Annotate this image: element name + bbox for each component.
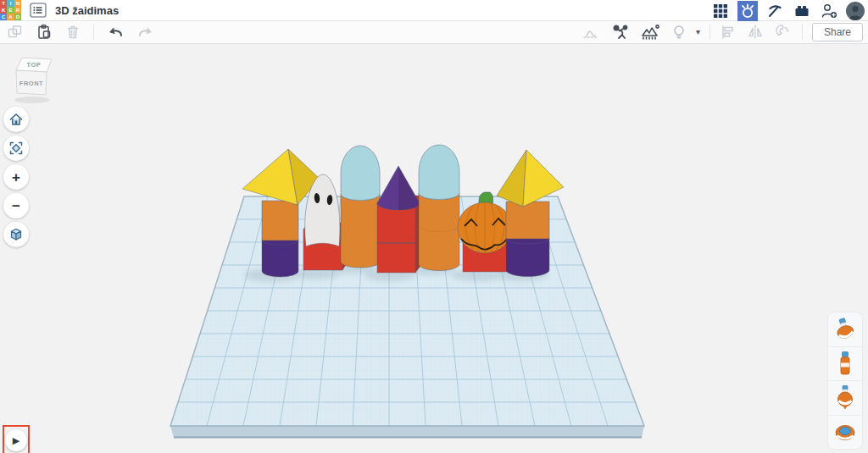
arc-tool-icon[interactable]: [582, 24, 601, 41]
add-user-icon[interactable]: [819, 1, 839, 21]
paste-icon[interactable]: [36, 24, 53, 41]
apps-grid-icon[interactable]: [710, 1, 731, 21]
logo-tile: T: [0, 0, 7, 7]
bulb-menu-caret-icon[interactable]: ▾: [696, 28, 700, 36]
glue-bottle-round-button[interactable]: [828, 381, 862, 416]
terrain-tool-icon[interactable]: [640, 24, 662, 41]
redo-icon[interactable]: [136, 24, 155, 41]
scene-3d-viewport[interactable]: [0, 0, 868, 453]
play-icon: ▶: [13, 435, 19, 446]
minecraft-pickaxe-icon[interactable]: [765, 1, 785, 21]
perspective-cube-icon: [8, 227, 24, 242]
zoom-in-button[interactable]: +: [3, 164, 29, 190]
logo-tile: A: [7, 14, 14, 20]
home-view-button[interactable]: [3, 107, 29, 132]
glue-bottle-squat-button[interactable]: [828, 312, 862, 347]
arch-cylinder-right[interactable]: [419, 145, 459, 271]
avatar[interactable]: [846, 2, 865, 20]
design-menu-icon[interactable]: [28, 2, 48, 19]
sim-play-highlight-box: ▶: [3, 425, 30, 453]
toolbar-divider: [709, 25, 710, 40]
orthographic-toggle-button[interactable]: [3, 222, 29, 247]
undo-icon[interactable]: [106, 24, 125, 41]
sim-glue-tool-panel: [827, 312, 863, 450]
view-cube[interactable]: TOP FRONT: [7, 49, 58, 105]
fit-view-icon: [8, 141, 24, 156]
glue-bottle-tall-button[interactable]: [828, 347, 862, 382]
align-icon[interactable]: [720, 24, 737, 41]
tinkercad-logo[interactable]: T I N K E R C A D: [0, 0, 21, 20]
sim-play-button[interactable]: ▶: [5, 429, 27, 451]
toolbar-divider: [93, 25, 94, 40]
plus-icon: +: [12, 170, 20, 185]
top-app-bar: T I N K E R C A D 3D žaidimas: [0, 0, 868, 21]
fit-view-button[interactable]: [3, 135, 29, 161]
logo-tile: C: [0, 14, 7, 20]
toolbar-divider: [802, 25, 803, 40]
glue-bottle-round-icon: [834, 384, 856, 412]
viewcube-top-label: TOP: [27, 61, 42, 69]
glue-ring-button[interactable]: [828, 416, 862, 450]
copy-icon[interactable]: [7, 24, 24, 41]
glue-bottle-squat-icon: [834, 316, 856, 343]
glue-bottle-tall-icon: [834, 350, 856, 377]
brick-icon[interactable]: [792, 1, 812, 21]
arch-cylinder-left[interactable]: [341, 146, 380, 268]
zoom-out-button[interactable]: −: [3, 193, 29, 218]
character-tool-icon[interactable]: [610, 24, 631, 41]
logo-tile: I: [7, 0, 14, 7]
viewcube-front-label: FRONT: [19, 80, 43, 87]
tinkercad-window: T I N K E R C A D 3D žaidimas: [0, 0, 868, 453]
share-button[interactable]: Share: [812, 23, 863, 41]
minus-icon: −: [12, 199, 20, 213]
home-icon: [8, 112, 24, 127]
logo-tile: K: [0, 7, 7, 14]
view-controls: + −: [3, 107, 29, 247]
design-title: 3D žaidimas: [55, 4, 119, 17]
logo-tile: D: [14, 14, 21, 20]
logo-tile: N: [14, 0, 21, 7]
glue-ring-icon: [833, 419, 857, 445]
purple-cone[interactable]: [377, 166, 420, 210]
sim-lab-icon[interactable]: [737, 1, 758, 21]
edit-toolbar: ▾ Share: [0, 21, 868, 44]
delete-icon[interactable]: [64, 24, 81, 41]
show-all-bulb-icon[interactable]: [671, 24, 687, 41]
logo-tile: R: [14, 7, 21, 14]
logo-tile: E: [7, 7, 14, 14]
snap-magnet-icon[interactable]: [774, 24, 793, 41]
mirror-icon[interactable]: [746, 24, 765, 41]
